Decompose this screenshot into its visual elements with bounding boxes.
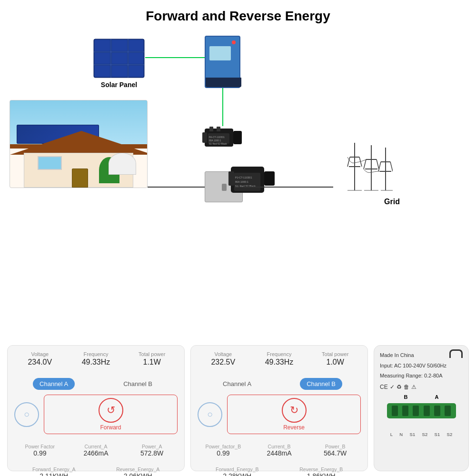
pin-label-s1a: S1	[435, 432, 440, 437]
svg-text:80A 1000:1: 80A 1000:1	[235, 180, 248, 183]
ct-sensor-top: PA-CT-110301 80A 1000:1 S1 Red S2 Black	[202, 124, 243, 152]
pin-label-n: N	[399, 432, 403, 437]
card-a-reverse-energy-label: Reverse_Energy_A	[116, 466, 159, 472]
svg-line-44	[390, 162, 393, 171]
svg-rect-22	[233, 131, 242, 144]
a-label: A	[435, 394, 439, 400]
device-connector	[380, 403, 463, 429]
channel-a-button-b-inactive[interactable]: Channel A	[216, 378, 258, 390]
data-section: Voltage 234.0V Frequency 49.33Hz Total p…	[0, 340, 476, 476]
svg-rect-11	[95, 66, 110, 77]
svg-rect-17	[217, 127, 220, 131]
grid-label: Grid	[384, 198, 400, 206]
card-a-forward-box: ↺ Forward	[44, 395, 178, 434]
card-a-current-value: 2466mA	[83, 449, 108, 457]
card-a-forward-energy-field: Forward_Energy_A 2.11KWH	[14, 466, 94, 476]
reverse-arrow-icon: ↻	[290, 404, 298, 416]
card-b-pf-value: 0.99	[217, 449, 229, 457]
svg-rect-15	[202, 132, 207, 143]
card-b-voltage-label: Voltage	[214, 351, 232, 357]
card-a-forward-label: Forward	[100, 424, 121, 431]
card-b-power-label: Power_B	[325, 444, 346, 449]
channel-a-button-active[interactable]: Channel A	[33, 378, 75, 390]
card-a-power-field: Power_A 572.8W	[126, 444, 178, 457]
inverter-box	[205, 36, 240, 88]
card-b-reverse-box: ↻ Reverse	[227, 395, 361, 434]
card-b-reverse-energy-field: Reverse_Energy_B 1.86KWH	[282, 466, 361, 476]
card-a-forward-energy-value: 2.11KWH	[40, 472, 68, 476]
svg-text:80A 1000:1: 80A 1000:1	[209, 139, 221, 142]
card-b-metrics-row: Power_factor_B 0.99 Current_B 2448mA Pow…	[198, 444, 361, 457]
card-b-voltage-field: Voltage 232.5V	[198, 351, 249, 367]
inverter-led	[232, 40, 236, 44]
card-b-total-power-value: 1.0W	[327, 358, 344, 367]
ba-label-row: B A	[390, 394, 452, 400]
card-b-pf-label: Power_factor_B	[205, 444, 241, 449]
svg-rect-16	[209, 127, 213, 131]
card-b-circle-icon: ○	[207, 409, 213, 420]
channel-b-button-inactive[interactable]: Channel B	[117, 378, 159, 390]
card-a-forward-icon-circle: ↺	[99, 398, 123, 423]
card-a-current-label: Current_A	[85, 444, 108, 449]
channel-b-button-active[interactable]: Channel B	[300, 378, 342, 390]
card-a-channel-row: Channel A Channel B	[14, 378, 178, 390]
card-b-total-power-label: Total power	[322, 351, 348, 357]
card-b-reverse-label: Reverse	[283, 424, 305, 431]
grid-towers	[345, 138, 393, 195]
pin-l	[392, 406, 398, 416]
card-b-energy-row: Forward_Energy_B 2.28KWH Reverse_Energy_…	[198, 466, 361, 476]
device-measuring-range: Measuring Range: 0.2-80A	[380, 372, 463, 380]
pin-label-row: L N S1 S2 S1 S2	[387, 432, 456, 437]
device-card: Made In China Input: AC 100-240V 50/60Hz…	[374, 345, 469, 471]
svg-rect-10	[129, 53, 143, 64]
pin-label-l: L	[390, 432, 393, 437]
solar-panel-label: Solar Panel	[90, 81, 148, 89]
card-b-forward-energy-label: Forward_Energy_B	[216, 466, 258, 472]
line-jbox-to-grid	[243, 187, 333, 188]
card-a-energy-row: Forward_Energy_A 2.11KWH Reverse_Energy_…	[14, 466, 178, 476]
data-card-b: Voltage 232.5V Frequency 49.33Hz Total p…	[190, 345, 368, 471]
cert-row: CE ✓ ♻ 🗑 ⚠	[380, 384, 463, 390]
line-solar-to-inverter	[145, 57, 206, 58]
card-a-power-label: Power_A	[142, 444, 162, 449]
card-b-pf-field: Power_factor_B 0.99	[198, 444, 249, 457]
pin-label-s2b: S2	[422, 432, 428, 437]
card-a-voltage-value: 234.0V	[28, 358, 52, 367]
line-inverter-down	[222, 88, 223, 126]
card-a-total-power-value: 1.1W	[143, 358, 161, 367]
card-b-frequency-field: Frequency 49.33Hz	[254, 351, 305, 367]
rohs-badge: ✓	[390, 384, 395, 390]
card-a-voltage-label: Voltage	[31, 351, 49, 357]
svg-rect-13	[129, 66, 143, 77]
device-hook	[449, 349, 463, 358]
forward-arrow-icon: ↺	[107, 404, 115, 416]
card-a-pf-field: Power Factor 0.99	[14, 444, 66, 457]
card-a-icon-row: ○ ↺ Forward	[14, 395, 178, 434]
device-input: Input: AC 100-240V 50/60Hz	[380, 362, 463, 370]
svg-line-43	[378, 162, 381, 171]
card-a-total-power-label: Total power	[139, 351, 165, 357]
svg-line-39	[377, 159, 379, 169]
ce-badge: CE	[380, 384, 388, 390]
svg-text:PJ-CT-110301: PJ-CT-110301	[235, 176, 252, 179]
card-b-reverse-icon-circle: ↻	[282, 398, 307, 423]
line-house-to-jbox	[148, 187, 205, 188]
svg-rect-5	[95, 40, 110, 51]
card-a-voltage-field: Voltage 234.0V	[14, 351, 66, 367]
card-a-current-field: Current_A 2466mA	[70, 444, 122, 457]
card-b-forward-energy-field: Forward_Energy_B 2.28KWH	[198, 466, 277, 476]
card-a-forward-energy-label: Forward_Energy_A	[32, 466, 75, 472]
card-b-top-row: Voltage 232.5V Frequency 49.33Hz Total p…	[198, 351, 361, 367]
card-b-reverse-energy-value: 1.86KWH	[307, 472, 336, 476]
card-a-plain-circle: ○	[14, 402, 39, 427]
pin-label-s1b: S1	[410, 432, 416, 437]
card-a-frequency-field: Frequency 49.33Hz	[70, 351, 122, 367]
page-title: Forward and Reverse Energy	[0, 0, 476, 29]
svg-rect-25	[264, 171, 275, 186]
svg-text:PA-CT-110301: PA-CT-110301	[209, 136, 225, 139]
card-b-forward-energy-value: 2.28KWH	[223, 472, 251, 476]
card-a-reverse-energy-value: 2.06KWH	[124, 472, 152, 476]
card-b-current-label: Current_B	[268, 444, 291, 449]
card-a-metrics-row: Power Factor 0.99 Current_A 2466mA Power…	[14, 444, 178, 457]
pin-s2-a	[445, 406, 451, 416]
